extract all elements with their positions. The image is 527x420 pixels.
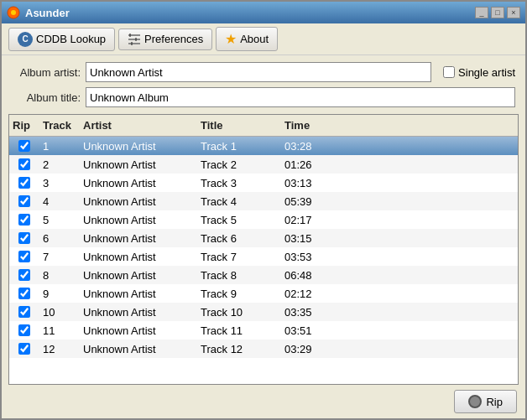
cddb-lookup-label: CDDB Lookup	[36, 33, 106, 45]
preferences-icon	[128, 33, 141, 46]
minimize-button[interactable]: _	[475, 7, 488, 18]
artist-input[interactable]	[86, 62, 431, 82]
table-row[interactable]: 6Unknown ArtistTrack 603:15	[9, 229, 518, 247]
track-time: 03:53	[281, 250, 340, 264]
rip-check-cell	[9, 231, 39, 245]
title-label: Album title:	[12, 91, 81, 104]
table-row[interactable]: 11Unknown ArtistTrack 1103:51	[9, 321, 518, 340]
table-row[interactable]: 4Unknown ArtistTrack 405:39	[9, 192, 518, 210]
track-title: Track 12	[197, 342, 281, 356]
track-number: 6	[39, 231, 80, 246]
header-artist: Artist	[80, 117, 197, 134]
maximize-button[interactable]: □	[491, 7, 504, 18]
rip-checkbox[interactable]	[18, 232, 30, 244]
table-row[interactable]: 12Unknown ArtistTrack 1203:29	[9, 340, 518, 358]
titlebar-left: Asunder	[7, 6, 70, 19]
track-time: 03:15	[281, 231, 340, 246]
track-title: Track 8	[197, 268, 281, 283]
table-row[interactable]: 8Unknown ArtistTrack 806:48	[9, 266, 518, 284]
svg-rect-4	[128, 43, 140, 44]
header-rip: Rip	[9, 117, 39, 134]
rip-check-cell	[9, 176, 39, 189]
titlebar-buttons: _ □ ×	[475, 7, 520, 18]
titlebar: Asunder _ □ ×	[2, 2, 525, 23]
track-title: Track 2	[197, 158, 281, 172]
track-time: 03:28	[281, 139, 340, 153]
cddb-icon: C	[18, 32, 33, 47]
cddb-lookup-button[interactable]: C CDDB Lookup	[8, 28, 115, 51]
rip-checkbox[interactable]	[18, 158, 30, 170]
table-row[interactable]: 9Unknown ArtistTrack 902:12	[9, 284, 518, 303]
rip-checkbox[interactable]	[18, 214, 30, 226]
rip-checkbox[interactable]	[18, 324, 30, 336]
toolbar: C CDDB Lookup Preferences ★ About	[2, 23, 525, 55]
track-table: Rip Track Artist Title Time 1Unknown Art…	[8, 114, 519, 385]
track-artist: Unknown Artist	[80, 268, 197, 283]
single-artist-label: Single artist	[458, 66, 515, 79]
track-artist: Unknown Artist	[80, 231, 197, 246]
track-artist: Unknown Artist	[80, 158, 197, 172]
track-title: Track 3	[197, 176, 281, 190]
rip-checkbox[interactable]	[18, 306, 30, 318]
rip-check-cell	[9, 324, 39, 337]
app-icon	[7, 6, 20, 19]
track-artist: Unknown Artist	[80, 287, 197, 301]
title-input[interactable]	[86, 87, 515, 107]
rip-check-cell	[9, 268, 39, 282]
track-time: 03:29	[281, 342, 340, 356]
track-artist: Unknown Artist	[80, 305, 197, 319]
svg-rect-7	[131, 42, 133, 45]
rip-check-cell	[9, 287, 39, 300]
artist-row: Album artist: Single artist	[12, 62, 515, 82]
rip-checkbox[interactable]	[18, 140, 30, 152]
rip-checkbox[interactable]	[18, 195, 30, 207]
artist-label: Album artist:	[12, 66, 81, 79]
table-row[interactable]: 7Unknown ArtistTrack 703:53	[9, 247, 518, 266]
rip-button[interactable]: Rip	[454, 390, 517, 413]
rip-check-cell	[9, 139, 39, 153]
about-label: About	[240, 33, 269, 45]
rip-check-cell	[9, 158, 39, 171]
svg-point-1	[11, 10, 16, 15]
track-number: 4	[39, 194, 80, 209]
single-artist-checkbox[interactable]	[443, 66, 455, 78]
track-number: 10	[39, 305, 80, 319]
close-button[interactable]: ×	[507, 7, 520, 18]
rip-checkbox[interactable]	[18, 177, 30, 189]
table-body: 1Unknown ArtistTrack 103:282Unknown Arti…	[9, 137, 518, 384]
rip-check-cell	[9, 213, 39, 226]
rip-checkbox[interactable]	[18, 269, 30, 281]
table-row[interactable]: 3Unknown ArtistTrack 303:13	[9, 174, 518, 192]
track-artist: Unknown Artist	[80, 250, 197, 264]
window-title: Asunder	[25, 7, 70, 19]
about-button[interactable]: ★ About	[216, 27, 278, 51]
rip-check-cell	[9, 250, 39, 263]
track-title: Track 11	[197, 324, 281, 338]
table-row[interactable]: 5Unknown ArtistTrack 502:17	[9, 210, 518, 229]
table-row[interactable]: 2Unknown ArtistTrack 201:26	[9, 155, 518, 174]
table-row[interactable]: 1Unknown ArtistTrack 103:28	[9, 137, 518, 155]
rip-checkbox[interactable]	[18, 251, 30, 262]
main-window: Asunder _ □ × C CDDB Lookup Preferences	[0, 0, 527, 420]
star-icon: ★	[225, 31, 237, 47]
track-time: 05:39	[281, 194, 340, 209]
svg-rect-5	[129, 34, 131, 37]
header-title: Title	[197, 117, 281, 134]
track-title: Track 9	[197, 287, 281, 301]
preferences-button[interactable]: Preferences	[118, 29, 212, 50]
track-artist: Unknown Artist	[80, 213, 197, 227]
track-artist: Unknown Artist	[80, 176, 197, 190]
single-artist-row: Single artist	[443, 66, 515, 79]
track-title: Track 10	[197, 305, 281, 319]
track-time: 06:48	[281, 268, 340, 283]
form-area: Album artist: Single artist Album title:	[2, 55, 525, 114]
track-time: 02:17	[281, 213, 340, 227]
track-number: 8	[39, 268, 80, 283]
table-row[interactable]: 10Unknown ArtistTrack 1003:35	[9, 303, 518, 321]
rip-checkbox[interactable]	[18, 288, 30, 299]
rip-label: Rip	[486, 396, 503, 408]
track-number: 1	[39, 139, 80, 153]
bottom-bar: Rip	[2, 385, 525, 418]
svg-rect-6	[135, 38, 137, 41]
rip-checkbox[interactable]	[18, 343, 30, 355]
